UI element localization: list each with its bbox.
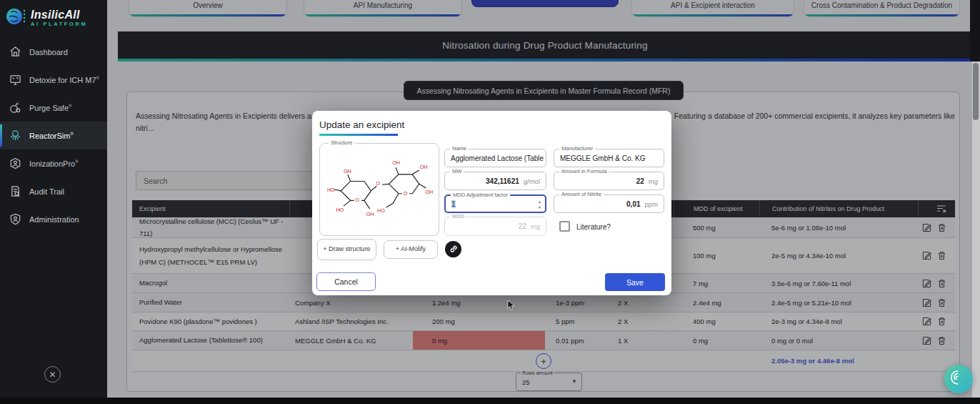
sidebar-item-administration[interactable]: Administration: [0, 205, 107, 233]
svg-text:O: O: [404, 190, 408, 197]
bottom-edge-bar: [0, 398, 980, 404]
home-icon: [9, 45, 22, 59]
brain-logo-icon: [6, 5, 27, 31]
sidebar-item-purge-safe[interactable]: Purge Safe®: [0, 94, 107, 122]
sidebar-collapse-button[interactable]: ✕: [44, 366, 61, 383]
amount-in-formula-field[interactable]: Amount in Formula 22 mg: [554, 172, 664, 190]
save-button[interactable]: Save: [605, 273, 665, 291]
stepper-arrows-icon[interactable]: ▲▼: [538, 199, 541, 210]
assistant-chat-button[interactable]: [944, 365, 973, 393]
svg-text:HO: HO: [336, 207, 344, 213]
document-search-icon: [9, 184, 22, 198]
manufacturer-field[interactable]: Manufacturer MEGGLE GmbH & Co. KG: [554, 149, 664, 167]
link-icon: [449, 243, 458, 256]
svg-text:O: O: [355, 197, 359, 203]
logo-title: InsilicAll: [31, 9, 87, 21]
shield-person-icon: [9, 212, 22, 226]
literature-label: Literature?: [576, 223, 611, 231]
mouse-cursor: [507, 300, 515, 313]
svg-text:OH: OH: [420, 164, 428, 170]
mw-field[interactable]: MW 342,11621 g/mol: [444, 172, 546, 190]
sidebar-item-dashboard[interactable]: Dashboard: [0, 38, 107, 66]
title-gradient-underline: [319, 134, 398, 136]
svg-text:HO: HO: [377, 207, 385, 214]
svg-text:OH: OH: [366, 211, 374, 217]
brain-half-icon: [950, 369, 963, 389]
svg-text:O: O: [376, 180, 380, 187]
sidebar-item-audit-trail[interactable]: Audit Trail: [0, 177, 107, 205]
amount-of-nitrite-field[interactable]: Amount of Nitrite 0,01 ppm: [554, 194, 664, 213]
ai-molify-button[interactable]: + AI-Molify: [384, 240, 438, 259]
update-excipient-modal: Update an excipient Structure: [312, 111, 671, 295]
name-field[interactable]: Name Agglomerated Lactose (Table: [444, 149, 546, 167]
sidebar: InsilicAll AI PLATFORM Dashboard Detoxie…: [0, 0, 107, 404]
app-logo: InsilicAll AI PLATFORM: [6, 5, 87, 31]
mdd-adjustment-factor-field[interactable]: MDD Adjustment factor 1 ▲▼: [444, 194, 546, 213]
sidebar-item-ionizationpro[interactable]: IonizationPro®: [0, 149, 107, 177]
structure-label: Structure: [329, 140, 354, 146]
svg-text:OH: OH: [392, 159, 400, 166]
right-edge-strip: [970, 0, 980, 61]
modal-title: Update an excipient: [319, 119, 404, 130]
scrollbar-thumb[interactable]: [973, 63, 979, 120]
literature-checkbox[interactable]: [559, 221, 570, 232]
structure-panel: Structure OHHOHO OHO: [319, 143, 439, 236]
close-circle-icon: ✕: [49, 370, 56, 380]
logo-subtitle: AI PLATFORM: [31, 21, 87, 27]
svg-text:OH: OH: [344, 168, 351, 174]
sidebar-item-detoxie[interactable]: Detoxie for ICH M7®: [0, 66, 107, 94]
flask-icon: [9, 101, 22, 114]
draw-structure-button[interactable]: + Draw structure: [317, 239, 376, 260]
monitor-icon: [9, 73, 22, 87]
hexagon-person-icon: [9, 157, 22, 170]
cancel-button[interactable]: Cancel: [316, 272, 376, 291]
copy-link-button[interactable]: [445, 241, 461, 257]
sidebar-item-reactorsim[interactable]: ReactorSim®: [0, 122, 107, 149]
svg-text:OH: OH: [425, 189, 433, 195]
octopus-icon: [9, 129, 22, 142]
svg-text:HO: HO: [327, 187, 335, 193]
mdd-field: MDD 22 mg: [444, 217, 546, 236]
